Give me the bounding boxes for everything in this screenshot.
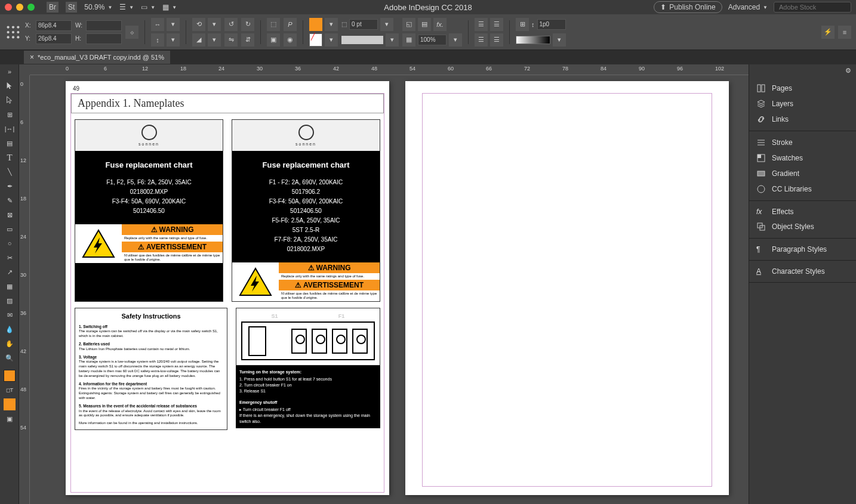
constrain-icon[interactable]: ⟐ xyxy=(125,26,138,39)
view-options-1[interactable]: ☰▼ xyxy=(119,3,134,11)
selection-tool[interactable] xyxy=(0,79,19,93)
opacity-icon[interactable]: ▦ xyxy=(402,33,415,47)
cc-libraries-panel[interactable]: CC Libraries xyxy=(749,181,856,197)
gradient-dropdown[interactable]: ▾ xyxy=(553,33,566,47)
rotate-cw-icon[interactable]: ↻ xyxy=(241,18,254,31)
rotate-icon[interactable]: ⟲ xyxy=(192,18,205,31)
text-wrap-icon[interactable]: ▤ xyxy=(418,18,431,31)
rotate-dropdown[interactable]: ▾ xyxy=(208,18,221,31)
stroke-panel[interactable]: Stroke xyxy=(749,135,856,150)
type-tool[interactable]: T xyxy=(0,150,19,165)
apply-color-swatch[interactable] xyxy=(4,398,16,410)
gradient-feather-tool[interactable]: ▨ xyxy=(0,293,19,308)
paragraph-styles-panel[interactable]: ¶Paragraph Styles xyxy=(749,242,856,256)
scale-x-icon[interactable]: ↔ xyxy=(151,18,164,31)
vertical-ruler[interactable]: 061218243036424854 xyxy=(19,75,30,504)
opacity-input[interactable] xyxy=(418,35,447,45)
gradient-swatch-tool[interactable]: ▦ xyxy=(0,279,19,293)
content-select-icon[interactable]: ▣ xyxy=(267,33,280,47)
x-position-input[interactable] xyxy=(36,20,72,31)
fill-swatch[interactable] xyxy=(309,18,322,31)
stroke-weight-dropdown[interactable]: ▾ xyxy=(380,18,393,31)
zoom-window[interactable] xyxy=(27,4,35,11)
align-left-icon[interactable]: ☰ xyxy=(475,18,488,31)
layers-panel[interactable]: Layers xyxy=(749,96,856,112)
scale-y-icon[interactable]: ↕ xyxy=(151,33,164,47)
fill-dropdown[interactable]: ▾ xyxy=(325,18,338,31)
view-options-2[interactable]: ▭▼ xyxy=(141,3,155,11)
rectangle-frame-tool[interactable]: ⊠ xyxy=(0,208,19,222)
default-colors-icon[interactable]: ◻T xyxy=(0,383,19,397)
bridge-button[interactable]: Br xyxy=(47,2,58,13)
arrange-button[interactable]: ▦▼ xyxy=(162,3,177,11)
parent-select-icon[interactable]: P xyxy=(284,18,297,31)
close-tab-icon[interactable]: × xyxy=(30,53,34,61)
page-spread-left[interactable]: 49 Appendix 1. Nameplates sonnen Fuse re… xyxy=(66,81,389,495)
scale-dropdown-2[interactable]: ▾ xyxy=(167,33,180,47)
gap-tool[interactable]: |↔| xyxy=(0,122,19,136)
rectangle-tool[interactable]: ▭ xyxy=(0,222,19,236)
effects-panel[interactable]: fxEffects xyxy=(749,205,856,219)
eyedropper-tool[interactable]: 💧 xyxy=(0,322,19,336)
stroke-color-dropdown[interactable]: ▾ xyxy=(325,33,338,47)
page-spread-right[interactable] xyxy=(405,81,729,495)
height-input[interactable] xyxy=(86,33,122,44)
horizontal-ruler[interactable]: 06121824303642485460667278849096102 xyxy=(30,64,749,75)
opacity-dropdown[interactable]: ▾ xyxy=(449,33,462,47)
reference-input[interactable] xyxy=(537,19,566,30)
scale-dropdown[interactable]: ▾ xyxy=(167,18,180,31)
adobe-stock-search[interactable] xyxy=(774,2,851,13)
workspace-switcher[interactable]: Advanced▼ xyxy=(728,3,768,11)
expand-tools-icon[interactable]: » xyxy=(0,64,19,79)
page-tool[interactable]: ⊞ xyxy=(0,107,19,122)
align-center-icon[interactable]: ☰ xyxy=(490,18,503,31)
close-window[interactable] xyxy=(5,4,12,11)
document-tab[interactable]: × *eco_manual_V3 DRAFT copy.indd @ 51% xyxy=(24,51,170,64)
scissors-tool[interactable]: ✂ xyxy=(0,251,19,265)
object-styles-panel[interactable]: Object Styles xyxy=(749,219,856,234)
line-tool[interactable]: ╲ xyxy=(0,165,19,179)
stroke-style-dropdown[interactable]: ▾ xyxy=(386,33,399,47)
rotate-ccw-icon[interactable]: ↺ xyxy=(224,18,238,31)
child-select-icon[interactable]: ◉ xyxy=(284,33,297,47)
pages-panel[interactable]: Pages xyxy=(749,81,856,96)
container-select-icon[interactable]: ⬚ xyxy=(267,18,280,31)
shear-dropdown[interactable]: ▾ xyxy=(208,33,221,47)
width-input[interactable] xyxy=(86,20,122,31)
y-position-input[interactable] xyxy=(36,33,72,44)
canvas-area[interactable]: 06121824303642485460667278849096102 0612… xyxy=(19,64,749,504)
grid-icon[interactable]: ⊞ xyxy=(516,18,529,31)
pencil-tool[interactable]: ✎ xyxy=(0,193,19,208)
corner-icon[interactable]: ◱ xyxy=(402,18,415,31)
stroke-swatch[interactable]: ╱ xyxy=(309,33,322,47)
stroke-weight-input[interactable] xyxy=(349,19,378,30)
zoom-tool[interactable]: 🔍 xyxy=(0,351,19,365)
stroke-style[interactable] xyxy=(341,36,383,44)
links-panel[interactable]: Links xyxy=(749,112,856,127)
effects-icon[interactable]: fx. xyxy=(433,18,447,31)
view-mode-icon[interactable]: ▣ xyxy=(0,412,19,426)
flip-v-icon[interactable]: ⇵ xyxy=(241,33,254,47)
fill-color-swatch[interactable] xyxy=(4,370,16,382)
zoom-level[interactable]: 50.9%▼ xyxy=(84,3,112,11)
flip-h-icon[interactable]: ⇋ xyxy=(224,33,238,47)
gradient-panel[interactable]: Gradient xyxy=(749,166,856,181)
control-menu-icon[interactable]: ≡ xyxy=(838,26,851,39)
swatches-panel[interactable]: Swatches xyxy=(749,150,856,166)
stock-button[interactable]: St xyxy=(66,2,77,13)
align-bottom-icon[interactable]: ☰ xyxy=(490,33,503,47)
free-transform-tool[interactable]: ↗ xyxy=(0,265,19,279)
shear-icon[interactable]: ◢ xyxy=(192,33,205,47)
panel-settings-icon[interactable]: ⚙ xyxy=(845,67,851,74)
gradient-swatch[interactable] xyxy=(516,36,550,44)
note-tool[interactable]: ✉ xyxy=(0,308,19,322)
quick-apply-icon[interactable]: ⚡ xyxy=(821,26,835,39)
publish-online-button[interactable]: ⬆ Publish Online xyxy=(654,1,722,13)
ellipse-tool[interactable]: ○ xyxy=(0,236,19,251)
reference-point-icon[interactable] xyxy=(5,24,21,41)
character-styles-panel[interactable]: ACharacter Styles xyxy=(749,264,856,279)
align-top-icon[interactable]: ☰ xyxy=(475,33,488,47)
pen-tool[interactable]: ✒ xyxy=(0,179,19,193)
hand-tool[interactable]: ✋ xyxy=(0,336,19,351)
direct-selection-tool[interactable] xyxy=(0,93,19,107)
